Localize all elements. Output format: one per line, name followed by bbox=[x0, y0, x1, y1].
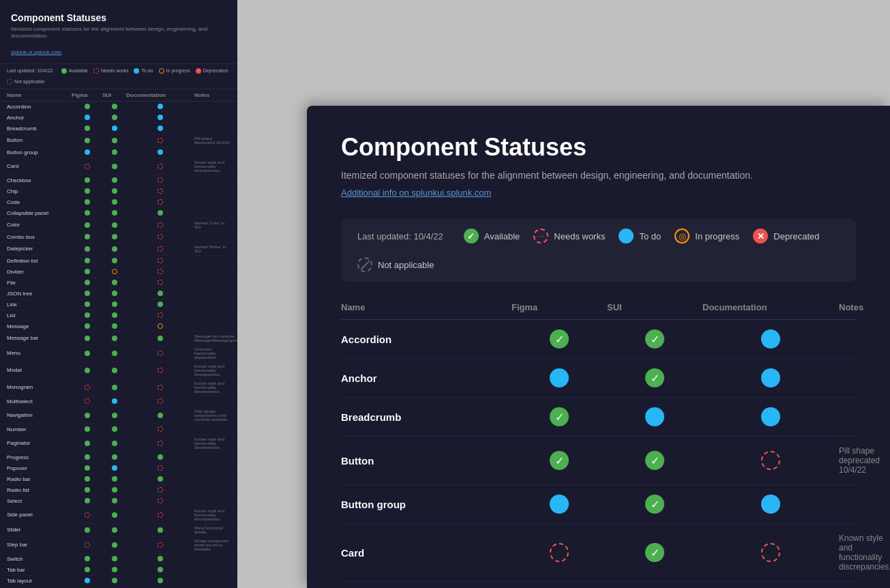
status-needs bbox=[85, 164, 90, 169]
row-figma bbox=[72, 210, 102, 216]
status-avail bbox=[112, 556, 117, 561]
row-name: Tab layout bbox=[7, 578, 72, 584]
row-figma bbox=[72, 542, 102, 548]
left-legend-bar: Last updated: 10/4/22 ✓ Available Needs … bbox=[0, 64, 237, 89]
main-status-todo bbox=[761, 368, 780, 387]
col-sui: SUI bbox=[102, 92, 126, 98]
todo-label: To do bbox=[141, 68, 153, 73]
table-row: Definition list bbox=[0, 256, 237, 267]
main-status-avail: ✓ bbox=[645, 495, 664, 514]
main-row-name: Card bbox=[341, 547, 511, 559]
row-notes: Design component exists but not in avail… bbox=[194, 539, 231, 551]
table-row: SliderMany functional details. bbox=[0, 524, 237, 537]
main-col-doc: Documentation bbox=[702, 302, 839, 312]
depr-icon: ✕ bbox=[753, 229, 768, 244]
main-row-figma bbox=[511, 368, 607, 387]
row-name: Multiselect bbox=[7, 398, 72, 405]
status-avail bbox=[112, 246, 117, 252]
row-sui bbox=[102, 234, 126, 239]
row-figma bbox=[72, 556, 102, 561]
table-row: Combo box bbox=[0, 232, 237, 243]
status-avail bbox=[85, 312, 90, 318]
status-avail bbox=[85, 426, 90, 432]
row-figma bbox=[72, 312, 102, 318]
status-avail bbox=[112, 199, 117, 205]
status-needs bbox=[158, 246, 163, 252]
left-panel-link[interactable]: splunk.ui.splunk.com bbox=[11, 49, 61, 55]
table-row: Button group bbox=[0, 147, 237, 158]
table-row: MonogramKnown style and functionality di… bbox=[0, 379, 237, 396]
main-link[interactable]: Additional info on splunkui.splunk.com bbox=[341, 188, 491, 198]
main-row-doc bbox=[702, 543, 839, 562]
row-sui bbox=[102, 556, 126, 561]
row-notes: Named 'Color' in SUI bbox=[194, 221, 231, 229]
status-avail bbox=[112, 115, 117, 120]
status-todo bbox=[85, 149, 90, 155]
row-doc bbox=[126, 336, 194, 341]
table-row: Anchor bbox=[0, 113, 237, 123]
left-panel-subtitle: Itemized component statuses for the alig… bbox=[11, 26, 226, 40]
status-avail bbox=[85, 323, 90, 329]
row-doc bbox=[126, 280, 194, 285]
inprog-text: In progress bbox=[695, 231, 739, 241]
main-table-header: Name Figma SUI Documentation Notes bbox=[341, 295, 856, 320]
row-doc bbox=[126, 454, 194, 460]
status-needs bbox=[158, 441, 163, 446]
table-row: MenuUnknown functionality deprecation. bbox=[0, 345, 237, 362]
row-doc bbox=[126, 258, 194, 263]
row-doc bbox=[126, 542, 194, 548]
status-needs bbox=[158, 426, 163, 432]
status-needs bbox=[158, 398, 163, 404]
main-row-notes: Pill shape deprecated 10/4/22 bbox=[839, 446, 880, 475]
row-name: Message bbox=[7, 323, 72, 329]
status-avail bbox=[85, 368, 90, 373]
row-doc bbox=[126, 476, 194, 482]
table-row: Number bbox=[0, 424, 237, 435]
table-row: Divider bbox=[0, 267, 237, 278]
main-status-avail: ✓ bbox=[645, 451, 664, 470]
status-needs bbox=[158, 269, 163, 274]
legend-depr: ✕ Deprecated bbox=[196, 68, 228, 74]
col-doc: Documentation bbox=[126, 92, 194, 98]
main-table-row: Checkbox✓✓Checkbox in code is nested und… bbox=[341, 582, 856, 588]
table-row: Message bbox=[0, 321, 237, 332]
row-doc bbox=[126, 351, 194, 356]
status-avail bbox=[85, 104, 90, 109]
row-notes: Only design components exist currently a… bbox=[194, 409, 231, 422]
row-sui bbox=[102, 454, 126, 460]
row-notes: Known style and functionality discrepanc… bbox=[194, 364, 231, 377]
status-needs bbox=[158, 258, 163, 263]
main-row-sui: ✓ bbox=[607, 368, 702, 387]
row-sui bbox=[102, 527, 126, 533]
status-avail bbox=[112, 413, 117, 418]
main-content: Component Statuses Itemized component st… bbox=[307, 106, 890, 588]
status-needs bbox=[158, 351, 163, 356]
main-row-sui: ✓ bbox=[607, 329, 702, 349]
row-name: Popover bbox=[7, 465, 72, 471]
row-name: Button group bbox=[7, 149, 72, 156]
row-doc bbox=[126, 126, 194, 131]
table-row: Tab layout bbox=[0, 576, 237, 587]
status-avail bbox=[112, 210, 117, 216]
main-row-name: Breadcrumb bbox=[341, 411, 511, 423]
row-name: Definition list bbox=[7, 258, 72, 264]
row-figma bbox=[72, 368, 102, 373]
row-sui bbox=[102, 512, 126, 518]
main-title: Component Statuses bbox=[341, 133, 856, 162]
main-status-todo bbox=[645, 407, 664, 426]
row-notes: Unknown functionality deprecation. bbox=[194, 347, 231, 359]
row-figma bbox=[72, 454, 102, 460]
legend-todo: To do bbox=[134, 68, 153, 74]
row-name: Color bbox=[7, 222, 72, 228]
status-avail bbox=[112, 385, 117, 390]
row-doc bbox=[126, 302, 194, 307]
na-dot bbox=[7, 79, 12, 85]
row-sui bbox=[102, 567, 126, 572]
row-doc bbox=[126, 164, 194, 169]
row-name: Combo box bbox=[7, 234, 72, 240]
status-avail bbox=[112, 368, 117, 373]
main-status-avail: ✓ bbox=[645, 368, 664, 387]
main-row-notes: Known style and functionality discrepanc… bbox=[839, 533, 890, 572]
row-figma bbox=[72, 336, 102, 341]
table-row: Tab bar bbox=[0, 565, 237, 576]
